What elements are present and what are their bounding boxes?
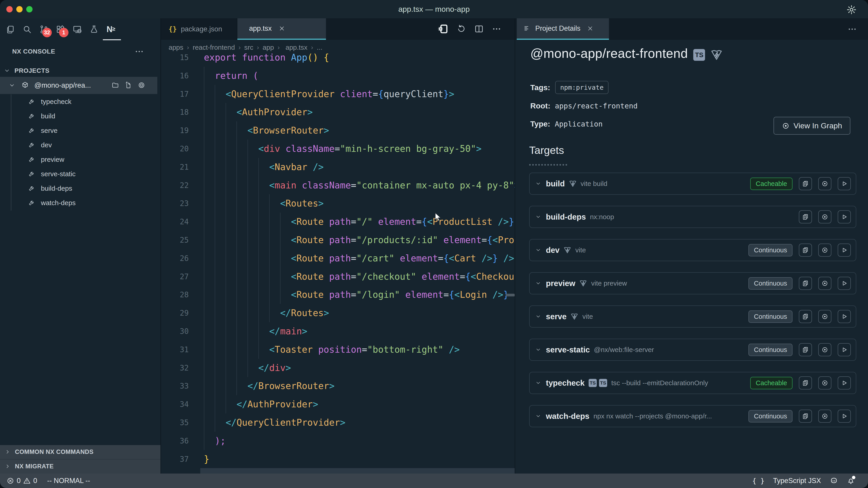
target-icon[interactable] [138, 82, 145, 89]
close-tab-icon[interactable] [587, 26, 593, 31]
line-number: 17 [161, 85, 189, 103]
line-number: 22 [161, 176, 189, 195]
activity-item-nx-console[interactable]: N≥ [105, 22, 116, 36]
problems-indicator[interactable]: 0 0 [7, 477, 37, 485]
line-number: 34 [161, 395, 189, 414]
target-card-serve-static[interactable]: serve-static@nx/web:file-serverContinuou… [529, 339, 856, 361]
run-task-button[interactable] [838, 377, 851, 390]
wrench-icon [29, 185, 35, 191]
tab-project-details[interactable]: Project Details [517, 18, 609, 40]
chevron-down-icon [535, 248, 541, 253]
generate-file-icon[interactable] [125, 82, 132, 89]
sidebar-target-serve[interactable]: serve [0, 123, 160, 138]
nx-migrate-section[interactable]: NX MIGRATE [0, 459, 160, 474]
activity-item-remote-explorer[interactable] [72, 22, 83, 36]
target-card-serve[interactable]: serveviteContinuous [529, 305, 856, 328]
sidebar-more-icon[interactable] [135, 47, 144, 56]
copy-task-button[interactable] [799, 377, 812, 390]
target-actions: Continuous [748, 343, 851, 356]
vim-mode-indicator[interactable]: -- NORMAL -- [47, 477, 90, 485]
view-task-button[interactable] [818, 343, 831, 356]
view-task-button[interactable] [818, 210, 831, 223]
run-task-button[interactable] [838, 277, 851, 290]
target-card-build[interactable]: buildvite buildCacheable [529, 173, 856, 195]
folder-icon[interactable] [112, 82, 119, 89]
activity-item-explorer[interactable] [5, 22, 16, 36]
indent-guide [225, 158, 226, 176]
chevron-down-icon [535, 347, 541, 352]
activity-item-source-control[interactable]: 32 [39, 22, 49, 36]
view-task-button[interactable] [818, 277, 831, 290]
play-icon [841, 380, 848, 386]
vite-icon [570, 313, 578, 320]
target-actions: Cacheable [750, 377, 851, 390]
activity-item-search[interactable] [22, 22, 32, 36]
sidebar-target-watch-deps[interactable]: watch-deps [0, 196, 160, 210]
copy-task-button[interactable] [799, 343, 812, 356]
status-bar: 0 0 -- NORMAL -- { } TypeScript JSX [0, 474, 868, 488]
target-name: serve [546, 312, 566, 321]
project-tree-item[interactable]: @mono-app/rea... [0, 77, 157, 94]
sidebar-target-preview[interactable]: preview [0, 152, 160, 167]
run-task-button[interactable] [838, 343, 851, 356]
line-number: 24 [161, 213, 189, 231]
target-card-preview[interactable]: previewvite previewContinuous [529, 272, 856, 294]
indent-guide [248, 340, 248, 359]
run-task-button[interactable] [838, 410, 851, 423]
copy-task-button[interactable] [799, 177, 812, 190]
view-task-button[interactable] [818, 243, 831, 257]
common-nx-commands-section[interactable]: COMMON NX COMMANDS [0, 445, 160, 459]
sidebar-target-typecheck[interactable]: typecheck [0, 94, 160, 109]
code-text: </main> [204, 322, 307, 340]
indent-guide [225, 103, 226, 121]
current-line-highlight [200, 468, 515, 474]
target-card-build-deps[interactable]: build-depsnx:noop [529, 206, 856, 228]
copy-task-button[interactable] [799, 277, 812, 290]
run-task-button[interactable] [838, 310, 851, 323]
panel-more-icon[interactable] [848, 25, 857, 34]
code-line: 19 <BrowserRouter> [161, 121, 515, 140]
view-task-button[interactable] [818, 310, 831, 323]
run-task-button[interactable] [838, 243, 851, 257]
target-command: vite [575, 246, 586, 254]
copy-task-button[interactable] [799, 243, 812, 257]
indent-guide [237, 267, 237, 286]
sidebar-target-build-deps[interactable]: build-deps [0, 181, 160, 196]
language-mode[interactable]: TypeScript JSX [773, 477, 821, 485]
indent-guide [204, 231, 204, 249]
settings-gear-icon[interactable] [846, 4, 857, 15]
sidebar-target-serve-static[interactable]: serve-static [0, 167, 160, 181]
scrollbar-handle[interactable] [506, 294, 515, 296]
indent-guide [258, 286, 259, 304]
view-task-button[interactable] [818, 177, 831, 190]
sidebar-target-build[interactable]: build [0, 109, 160, 123]
target-command: vite build [581, 180, 608, 188]
run-task-button[interactable] [838, 177, 851, 190]
notifications-bell-icon[interactable] [847, 477, 855, 485]
target-card-dev[interactable]: devviteContinuous [529, 239, 856, 261]
target-card-watch-deps[interactable]: watch-depsnpx nx watch --projects @mono-… [529, 405, 856, 427]
code-area[interactable]: 15export function App() {16 return (17 <… [161, 18, 515, 474]
indent-guide [237, 194, 237, 213]
run-task-button[interactable] [838, 210, 851, 223]
indent-guide [237, 340, 237, 359]
copy-task-button[interactable] [799, 410, 812, 423]
code-line: 30 </main> [161, 322, 515, 340]
view-task-button[interactable] [818, 377, 831, 390]
sidebar-target-dev[interactable]: dev [0, 138, 160, 152]
view-in-graph-button[interactable]: View In Graph [774, 117, 850, 135]
sidebar-bottom-sections: COMMON NX COMMANDS NX MIGRATE [0, 445, 160, 474]
projects-section-header[interactable]: PROJECTS [0, 66, 160, 76]
indent-guide [225, 304, 226, 322]
activity-item-extensions[interactable]: 1 [55, 22, 66, 36]
activity-item-testing[interactable] [89, 22, 99, 36]
clipcopy-icon [802, 313, 809, 320]
copy-task-button[interactable] [799, 210, 812, 223]
copilot-icon[interactable] [830, 477, 838, 485]
target-card-typecheck[interactable]: typecheckTSTStsc --build --emitDeclarati… [529, 372, 856, 394]
copy-task-button[interactable] [799, 310, 812, 323]
view-task-button[interactable] [818, 410, 831, 423]
indent-guide [215, 340, 215, 359]
indent-guide [258, 176, 259, 195]
code-text: </Routes> [204, 304, 329, 322]
